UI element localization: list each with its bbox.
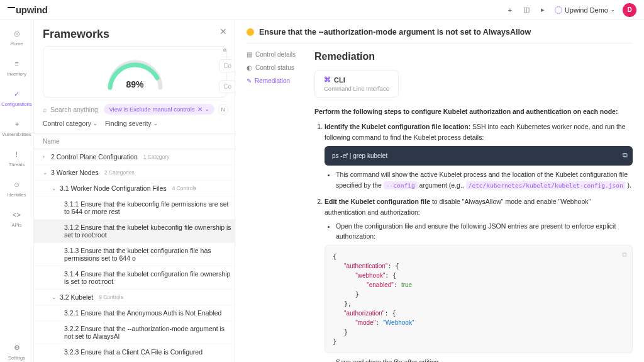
copy-icon[interactable]: ⧉ (623, 150, 628, 161)
plus-icon[interactable]: + (506, 6, 514, 14)
nav-inventory[interactable]: ≡Inventory (0, 57, 33, 78)
tab-remediation[interactable]: ✎Remediation (247, 77, 303, 84)
status-icon: ◐ (247, 64, 252, 71)
tree-row[interactable]: 3.2.2 Ensure that the --authorization-mo… (34, 321, 235, 344)
run-icon[interactable]: ▸ (538, 6, 547, 14)
control-tree: ›2 Control Plane Configuration1 Category… (34, 149, 235, 357)
check-icon: ✓ (11, 88, 23, 99)
nav-threats[interactable]: !Threats (0, 147, 33, 169)
user-icon: ☺ (11, 179, 23, 190)
gauge-value: 89% (104, 79, 167, 89)
nav-settings[interactable]: ⚙Settings (0, 341, 33, 362)
topbar: upwind + ◫ ▸ Upwind Demo ⌄ D (0, 0, 644, 20)
detail-pane: Ensure that the --authorization-mode arg… (235, 20, 644, 362)
nav-configurations[interactable]: ✓Configurations (0, 87, 33, 108)
remediation-icon: ✎ (247, 77, 252, 84)
nav-identities[interactable]: ☺Identities (0, 178, 33, 199)
brand-logo: upwind (8, 4, 48, 15)
tree-row[interactable]: 3.1.1 Ensure that the kubeconfig file pe… (34, 196, 235, 220)
tree-row[interactable]: ⌄3.1 Worker Node Configuration Files4 Co… (34, 181, 235, 196)
dropdown-category[interactable]: Control category ⌄ (43, 120, 97, 127)
gauge-card: 89% (43, 46, 227, 98)
peek-tag: Co (219, 59, 235, 72)
search-input[interactable]: ⌕Search anything (43, 106, 100, 113)
tree-row[interactable]: 3.1.2 Ensure that the kubelet kubeconfig… (34, 220, 235, 243)
nav-vulnerabilities[interactable]: ⌖Vulnerabilities (0, 117, 33, 139)
copy-icon[interactable]: ⧉ (622, 249, 627, 260)
json-block: ⧉{ "authentication": { "webhook": { "ena… (325, 245, 633, 353)
dropdown-severity[interactable]: Finding severity ⌄ (105, 120, 158, 127)
status-dot-icon (247, 28, 254, 36)
terminal-icon: ⌘ (324, 76, 331, 84)
close-icon[interactable]: ✕ (219, 26, 227, 37)
inline-code: /etc/kubernetes/kubelet/kubelet-config.j… (466, 181, 626, 189)
tree-row[interactable]: 3.1.3 Ensure that the kubelet configurat… (34, 243, 235, 266)
bug-icon: ⌖ (11, 118, 23, 130)
pill-close-icon[interactable]: ✕ (197, 106, 203, 113)
detail-title: Ensure that the --authorization-mode arg… (259, 28, 531, 37)
panel-title: Frameworks (43, 28, 235, 41)
home-icon: ◎ (11, 28, 23, 39)
code-icon: <> (11, 209, 23, 220)
threat-icon: ! (11, 149, 23, 160)
panel-icon[interactable]: ◫ (522, 6, 531, 14)
cli-card[interactable]: ⌘CLI Command Line Interface (314, 70, 399, 98)
cli-subtitle: Command Line Interface (324, 85, 389, 92)
tree-row[interactable]: ⌄3 Worker Nodes2 Categories (34, 165, 235, 181)
org-selector[interactable]: Upwind Demo ⌄ (555, 6, 615, 14)
tree-row[interactable]: 3.2.1 Ensure that the Anonymous Auth is … (34, 305, 235, 321)
details-icon: ▤ (247, 51, 252, 58)
remediation-content: Perform the following steps to configure… (314, 106, 633, 362)
inline-code: --config (384, 181, 418, 189)
avatar[interactable]: D (623, 3, 636, 17)
tree-row[interactable]: ›2 Control Plane Configuration1 Category (34, 149, 235, 165)
sidebar-nav: ◎Home ≡Inventory ✓Configurations ⌖Vulner… (0, 20, 34, 362)
section-title: Remediation (314, 51, 633, 62)
column-header: Name (34, 133, 235, 149)
tree-row[interactable]: 3.2.3 Ensure that a Client CA File is Co… (34, 344, 235, 357)
filter-pill[interactable]: View is Exclude manual controls✕⌄ (104, 104, 214, 115)
settings-icon: ⚙ (11, 342, 23, 353)
peek-tag: Co (219, 80, 235, 93)
search-icon: ⌕ (43, 106, 47, 113)
frameworks-panel: Frameworks ✕ « 89% CoCo ⌕Search anything… (34, 20, 235, 362)
tree-row[interactable]: ⌄3.2 Kubelet9 Controls (34, 290, 235, 305)
code-block: ps -ef | grep kubelet⧉ (325, 146, 633, 166)
nav-home[interactable]: ◎Home (0, 26, 33, 48)
mini-pill[interactable]: N (218, 105, 229, 115)
tab-control-status[interactable]: ◐Control status (247, 64, 303, 71)
tab-control-details[interactable]: ▤Control details (247, 51, 303, 58)
tree-row[interactable]: 3.1.4 Ensure that the kubelet configurat… (34, 266, 235, 290)
nav-apis[interactable]: <>APIs (0, 208, 33, 229)
inventory-icon: ≡ (11, 58, 23, 69)
